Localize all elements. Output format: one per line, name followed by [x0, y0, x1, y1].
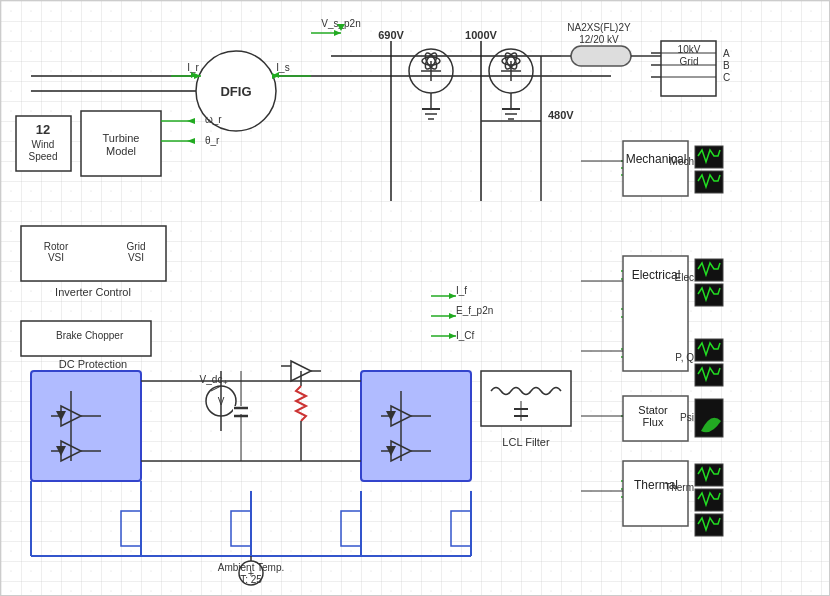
svg-rect-43 — [21, 226, 166, 281]
svg-text:DFIG: DFIG — [220, 84, 251, 99]
svg-text:Rotor: Rotor — [44, 241, 69, 252]
svg-rect-141 — [695, 464, 723, 486]
svg-text:V_dc: V_dc — [200, 374, 223, 385]
svg-text:θ_r: θ_r — [205, 135, 220, 146]
svg-text:Brake Chopper: Brake Chopper — [56, 330, 124, 341]
svg-rect-81 — [481, 371, 571, 426]
svg-rect-46 — [361, 371, 471, 481]
svg-text:VSI: VSI — [128, 252, 144, 263]
svg-rect-45 — [31, 371, 141, 481]
svg-text:10kV: 10kV — [678, 44, 701, 55]
svg-text:ω_r: ω_r — [205, 114, 222, 125]
svg-rect-131 — [695, 146, 723, 168]
svg-rect-132 — [695, 171, 723, 193]
svg-text:Turbine: Turbine — [103, 132, 140, 144]
svg-text:C: C — [723, 72, 730, 83]
svg-text:NA2XS(FL)2Y: NA2XS(FL)2Y — [567, 22, 631, 33]
svg-rect-135 — [695, 284, 723, 306]
svg-text:Stator: Stator — [638, 404, 668, 416]
svg-text:Grid: Grid — [680, 56, 699, 67]
svg-text:I_s: I_s — [276, 62, 289, 73]
svg-text:P, Q: P, Q — [675, 352, 694, 363]
svg-text:I_Cf: I_Cf — [456, 330, 475, 341]
svg-text:Model: Model — [106, 145, 136, 157]
svg-rect-143 — [695, 514, 723, 536]
svg-text:Electrical: Electrical — [632, 268, 681, 282]
svg-text:I_f: I_f — [456, 285, 467, 296]
svg-text:I_r: I_r — [187, 62, 199, 73]
svg-text:690V: 690V — [378, 29, 404, 41]
diagram-container: V + — [0, 0, 830, 596]
svg-text:+: + — [223, 378, 228, 387]
svg-rect-140 — [623, 461, 688, 526]
svg-text:B: B — [723, 60, 730, 71]
svg-text:480V: 480V — [548, 109, 574, 121]
svg-rect-130 — [623, 141, 688, 196]
svg-rect-137 — [695, 364, 723, 386]
svg-text:Ambient Temp.: Ambient Temp. — [218, 562, 285, 573]
svg-text:Elec: Elec — [675, 272, 694, 283]
svg-text:DC Protection: DC Protection — [59, 358, 127, 370]
svg-text:12/20 kV: 12/20 kV — [579, 34, 619, 45]
svg-text:T: 25: T: 25 — [240, 574, 262, 585]
svg-text:LCL Filter: LCL Filter — [502, 436, 550, 448]
svg-text:Psi: Psi — [680, 412, 694, 423]
svg-rect-20 — [571, 46, 631, 66]
svg-text:1000V: 1000V — [465, 29, 497, 41]
svg-text:Grid: Grid — [127, 241, 146, 252]
svg-text:Inverter Control: Inverter Control — [55, 286, 131, 298]
svg-text:Flux: Flux — [643, 416, 664, 428]
svg-text:Speed: Speed — [29, 151, 58, 162]
svg-text:Therm: Therm — [665, 482, 694, 493]
svg-text:E_f_p2n: E_f_p2n — [456, 305, 493, 316]
svg-text:Wind: Wind — [32, 139, 55, 150]
svg-text:12: 12 — [36, 122, 50, 137]
svg-rect-142 — [695, 489, 723, 511]
svg-text:A: A — [723, 48, 730, 59]
svg-rect-134 — [695, 259, 723, 281]
svg-rect-136 — [695, 339, 723, 361]
svg-text:Mech: Mech — [670, 156, 694, 167]
svg-text:VSI: VSI — [48, 252, 64, 263]
